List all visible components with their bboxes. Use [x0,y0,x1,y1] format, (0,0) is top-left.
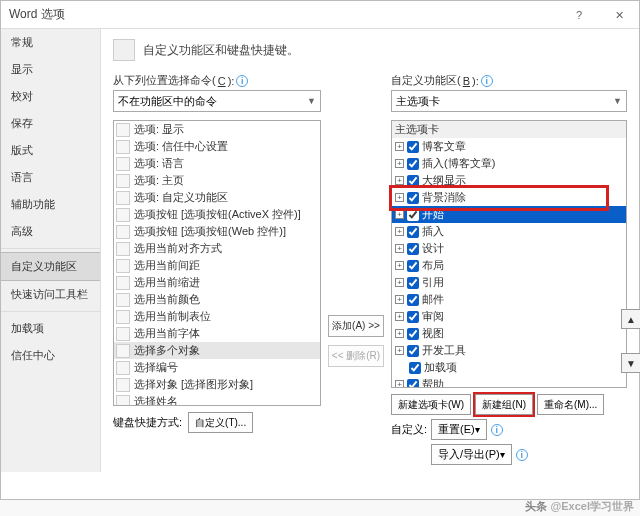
tree-checkbox[interactable] [407,175,419,187]
tree-row[interactable]: +开始 [392,206,626,223]
info-icon[interactable]: i [516,449,528,461]
sidebar-item[interactable]: 高级 [1,218,100,245]
tree-row[interactable]: 加载项 [392,359,626,376]
expander-icon[interactable]: + [395,346,404,355]
tree-row[interactable]: +插入 [392,223,626,240]
info-icon[interactable]: i [491,424,503,436]
ribbon-target-dropdown[interactable]: 主选项卡▼ [391,90,627,112]
command-icon [116,344,130,358]
tree-checkbox[interactable] [407,192,419,204]
new-tab-button[interactable]: 新建选项卡(W) [391,394,471,415]
expander-icon[interactable]: + [395,329,404,338]
tree-checkbox[interactable] [407,209,419,221]
tree-row[interactable]: +审阅 [392,308,626,325]
import-export-dropdown[interactable]: 导入/导出(P) ▾ [431,444,512,465]
tree-checkbox[interactable] [409,362,421,374]
sidebar-item[interactable]: 保存 [1,110,100,137]
tree-checkbox[interactable] [407,311,419,323]
commands-source-dropdown[interactable]: 不在功能区中的命令▼ [113,90,321,112]
command-label: 选用当前颜色 [134,292,200,307]
tree-checkbox[interactable] [407,141,419,153]
expander-icon[interactable]: + [395,159,404,168]
new-group-button[interactable]: 新建组(N) [475,394,533,415]
command-row[interactable]: 选项: 显示 [114,121,320,138]
tree-row[interactable]: +布局 [392,257,626,274]
tree-row[interactable]: +设计 [392,240,626,257]
tree-checkbox[interactable] [407,277,419,289]
ribbon-tree[interactable]: 主选项卡+博客文章+插入(博客文章)+大纲显示+背景消除+开始+插入+设计+布局… [391,120,627,388]
move-up-button[interactable]: ▲ [621,309,640,329]
sidebar-item[interactable]: 信任中心 [1,342,100,369]
titlebar: Word 选项 ? ✕ [1,1,639,29]
expander-icon[interactable]: + [395,312,404,321]
expander-icon[interactable]: + [395,244,404,253]
move-down-button[interactable]: ▼ [621,353,640,373]
sidebar-item[interactable]: 语言 [1,164,100,191]
command-row[interactable]: 选项: 信任中心设置 [114,138,320,155]
expander-icon[interactable]: + [395,142,404,151]
command-row[interactable]: 选择姓名 [114,393,320,406]
command-row[interactable]: 选择编号 [114,359,320,376]
tree-checkbox[interactable] [407,243,419,255]
command-row[interactable]: 选项: 语言 [114,155,320,172]
tree-checkbox[interactable] [407,226,419,238]
sidebar-item[interactable]: 显示 [1,56,100,83]
sidebar-item[interactable]: 自定义功能区 [1,252,100,281]
tree-row[interactable]: +帮助 [392,376,626,388]
sidebar-item[interactable]: 版式 [1,137,100,164]
info-icon[interactable]: i [236,75,248,87]
command-row[interactable]: 选项: 主页 [114,172,320,189]
tree-row[interactable]: +开发工具 [392,342,626,359]
reset-dropdown[interactable]: 重置(E) ▾ [431,419,487,440]
customize-kbd-button[interactable]: 自定义(T)... [188,412,253,433]
command-row[interactable]: 选用当前对齐方式 [114,240,320,257]
tree-checkbox[interactable] [407,345,419,357]
tree-header: 主选项卡 [392,121,626,138]
info-icon[interactable]: i [481,75,493,87]
expander-icon[interactable]: + [395,176,404,185]
tree-checkbox[interactable] [407,158,419,170]
tree-checkbox[interactable] [407,379,419,389]
tree-label: 引用 [422,275,444,290]
expander-icon[interactable]: + [395,261,404,270]
expander-icon[interactable]: + [395,193,404,202]
command-row[interactable]: 选用当前制表位 [114,308,320,325]
sidebar-item[interactable]: 常规 [1,29,100,56]
rename-button[interactable]: 重命名(M)... [537,394,604,415]
sidebar-item[interactable]: 辅助功能 [1,191,100,218]
command-row[interactable]: 选用当前字体 [114,325,320,342]
commands-listbox[interactable]: 选项: 显示选项: 信任中心设置选项: 语言选项: 主页选项: 自定义功能区选项… [113,120,321,406]
command-row[interactable]: 选择对象 [选择图形对象] [114,376,320,393]
expander-icon[interactable]: + [395,295,404,304]
command-row[interactable]: 选项: 自定义功能区 [114,189,320,206]
chevron-down-icon: ▼ [307,96,316,106]
expander-icon[interactable]: + [395,227,404,236]
sidebar-item[interactable]: 校对 [1,83,100,110]
command-row[interactable]: 选项按钮 [选项按钮(ActiveX 控件)] [114,206,320,223]
sidebar-item[interactable]: 快速访问工具栏 [1,281,100,308]
expander-icon[interactable]: + [395,380,404,388]
add-button[interactable]: 添加(A) >> [328,315,384,337]
tree-row[interactable]: +大纲显示 [392,172,626,189]
tree-row[interactable]: +邮件 [392,291,626,308]
command-row[interactable]: 选用当前间距 [114,257,320,274]
command-row[interactable]: 选择多个对象 [114,342,320,359]
command-row[interactable]: 选用当前颜色 [114,291,320,308]
tree-checkbox[interactable] [407,294,419,306]
sidebar-item[interactable]: 加载项 [1,315,100,342]
tree-checkbox[interactable] [407,260,419,272]
tree-row[interactable]: +背景消除 [392,189,626,206]
command-row[interactable]: 选用当前缩进 [114,274,320,291]
tree-row[interactable]: +插入(博客文章) [392,155,626,172]
close-button[interactable]: ✕ [599,1,639,29]
tree-row[interactable]: +视图 [392,325,626,342]
command-row[interactable]: 选项按钮 [选项按钮(Web 控件)] [114,223,320,240]
tree-checkbox[interactable] [407,328,419,340]
remove-button[interactable]: << 删除(R) [328,345,384,367]
expander-icon[interactable]: + [395,278,404,287]
expander-icon[interactable]: + [395,210,404,219]
command-icon [116,208,130,222]
tree-row[interactable]: +博客文章 [392,138,626,155]
help-button[interactable]: ? [559,1,599,29]
tree-row[interactable]: +引用 [392,274,626,291]
